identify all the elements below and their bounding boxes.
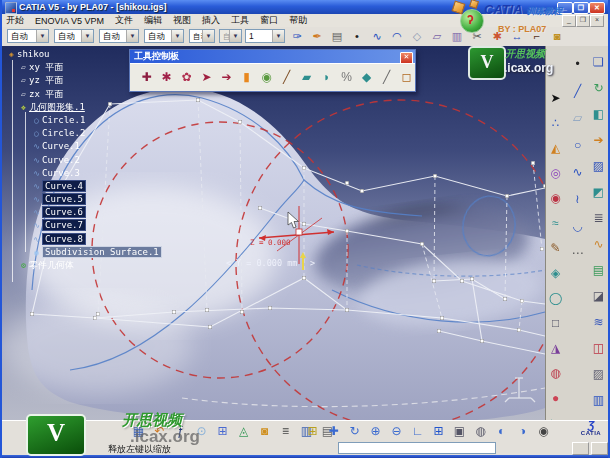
extrude-icon[interactable]: ❏	[590, 54, 607, 71]
child-restore-button[interactable]: ❐	[576, 15, 590, 27]
swap-space-icon[interactable]: ◑	[514, 422, 531, 440]
face-surface-icon[interactable]: ▰	[298, 69, 315, 86]
ripple-icon[interactable]: ≋	[590, 314, 607, 331]
lock-icon[interactable]: ◙	[256, 422, 273, 440]
chevron-down-icon[interactable]: ▼	[171, 30, 183, 42]
line-tool-icon[interactable]: ╱	[378, 69, 395, 86]
xyz-axes-icon[interactable]: ∴	[547, 115, 564, 132]
chevron-down-icon[interactable]: ▼	[36, 30, 48, 42]
tree-item-curve-4[interactable]: ∿Curve.4	[4, 180, 174, 193]
sweep-icon[interactable]: ≈	[547, 215, 564, 232]
menu-start[interactable]: 开始	[6, 14, 24, 27]
menu-insert[interactable]: 插入	[202, 14, 220, 27]
chevron-down-icon[interactable]: ▼	[81, 30, 93, 42]
menu-window[interactable]: 窗口	[260, 14, 278, 27]
tree-item-circle-1[interactable]: ○Circle.1	[4, 114, 174, 127]
attraction-icon[interactable]: ✿	[178, 69, 195, 86]
bell-icon[interactable]: ◭	[547, 140, 564, 157]
child-close-button[interactable]: ×	[590, 15, 604, 27]
tree-item-circle-2[interactable]: ○Circle.2	[4, 127, 174, 140]
status-mini-button-2[interactable]	[591, 442, 608, 455]
wave-icon[interactable]: ∿	[590, 236, 607, 253]
tool-palette-window[interactable]: 工具控制板 ✕ ✚✱✿➤➔▮◉╱▰◗%◆╱◻	[129, 49, 416, 92]
revolve-icon[interactable]: ↻	[590, 80, 607, 97]
render-style-icon[interactable]: ◍	[472, 422, 489, 440]
multi-view-icon[interactable]: ⊞	[430, 422, 447, 440]
power-input[interactable]	[338, 442, 496, 454]
surface-patch-icon[interactable]: ◈	[547, 265, 564, 282]
child-minimize-button[interactable]: _	[562, 15, 576, 27]
arc-icon[interactable]: ◠	[389, 28, 405, 44]
circle-tool-icon[interactable]: ○	[569, 137, 586, 154]
spheres-icon[interactable]: ◉	[547, 190, 564, 207]
ratio-icon[interactable]: %	[338, 69, 355, 86]
opacity-combo[interactable]: 自动▼	[54, 29, 94, 43]
camera-icon[interactable]: ◉	[535, 422, 552, 440]
tree-item-part-body[interactable]: ⚙零件几何体	[4, 259, 174, 272]
more-tools-icon[interactable]: ⋯	[569, 245, 586, 262]
plane-tool-icon[interactable]: ▱	[569, 110, 586, 127]
multi-section-icon[interactable]: ≣	[590, 210, 607, 227]
chevron-down-icon[interactable]: ▼	[202, 30, 214, 42]
diamond-face-icon[interactable]: ◆	[358, 69, 375, 86]
point-color-combo[interactable]: 自动▼	[144, 29, 184, 43]
named-view-icon[interactable]: ▥	[449, 28, 465, 44]
fill-icon[interactable]: ▨	[590, 158, 607, 175]
box-frame-icon[interactable]: ◻	[398, 69, 415, 86]
line-tool-icon[interactable]: ╱	[569, 83, 586, 100]
analysis-icon[interactable]: ◬	[235, 422, 252, 440]
status-mini-button-1[interactable]	[572, 442, 589, 455]
tree-item-curve-5[interactable]: ∿Curve.5	[4, 193, 174, 206]
menu-enovia[interactable]: ENOVIA V5 VPM	[35, 16, 104, 26]
select-cursor-icon[interactable]: ➤	[547, 90, 564, 107]
stylus-icon[interactable]: ✎	[547, 240, 564, 257]
spline-tool-icon[interactable]: ∿	[569, 164, 586, 181]
tree-item-curve-6[interactable]: ∿Curve.6	[4, 206, 174, 219]
pen-icon[interactable]: ✒	[309, 28, 325, 44]
coord-arrow-right[interactable]: >	[310, 258, 315, 268]
spline-icon[interactable]: ∿	[369, 28, 385, 44]
planet-icon[interactable]: ◎	[547, 165, 564, 182]
paintbrush-icon[interactable]: ✑	[289, 28, 305, 44]
thickness-combo[interactable]: 1▼	[245, 29, 285, 43]
align-tool-icon[interactable]: ➤	[198, 69, 215, 86]
pan-icon[interactable]: ✚	[325, 422, 342, 440]
line-color-combo[interactable]: 自动▼	[99, 29, 139, 43]
boundary-icon[interactable]: ▥	[590, 392, 607, 409]
tree-item-curve-2[interactable]: ∿Curve.2	[4, 154, 174, 167]
normal-view-icon[interactable]: ∟	[409, 422, 426, 440]
dome-surface-icon[interactable]: ◗	[318, 69, 335, 86]
printer-icon[interactable]: ▤	[329, 28, 345, 44]
cut-tool-icon[interactable]: ╱	[278, 69, 295, 86]
arc-tool-icon[interactable]: ◡	[569, 218, 586, 235]
offset-icon[interactable]: ◧	[590, 106, 607, 123]
cone-tool-icon[interactable]: ◮	[547, 340, 564, 357]
list-icon[interactable]: ≡	[277, 422, 294, 440]
sphere-tool-icon[interactable]: ●	[547, 390, 564, 407]
tree-item-curve-1[interactable]: ∿Curve.1	[4, 140, 174, 153]
tree-item-geometrical-set[interactable]: ❖几何图形集.1	[4, 101, 174, 114]
calculator-icon[interactable]: ⊞	[214, 422, 231, 440]
rings-icon[interactable]: ◍	[547, 365, 564, 382]
chevron-down-icon[interactable]: ▼	[272, 30, 284, 42]
menu-file[interactable]: 文件	[115, 14, 133, 27]
palette-title-bar[interactable]: 工具控制板	[130, 50, 415, 63]
tree-item-curve-8[interactable]: ∿Curve.8	[4, 233, 174, 246]
close-button[interactable]: ✕	[589, 2, 605, 14]
target-icon[interactable]: ◉	[258, 69, 275, 86]
linetype-combo[interactable]: 自动▼	[189, 29, 215, 43]
sweep-surface-icon[interactable]: ➔	[590, 132, 607, 149]
menu-view[interactable]: 视图	[173, 14, 191, 27]
iso-view-icon[interactable]: ▣	[451, 422, 468, 440]
chevron-down-icon[interactable]: ▼	[126, 30, 138, 42]
zoom-in-icon[interactable]: ⊕	[367, 422, 384, 440]
fit-all-icon[interactable]: ⊞	[304, 422, 321, 440]
vertex-star-icon[interactable]: ✱	[158, 69, 175, 86]
fill-color-combo[interactable]: 自动▼	[7, 29, 49, 43]
menu-edit[interactable]: 编辑	[144, 14, 162, 27]
rect-tool-icon[interactable]: □	[547, 315, 564, 332]
hatch-icon[interactable]: ▨	[590, 366, 607, 383]
blend-icon[interactable]: ◩	[590, 184, 607, 201]
zoom-out-icon[interactable]: ⊖	[388, 422, 405, 440]
split-icon[interactable]: ◫	[590, 340, 607, 357]
